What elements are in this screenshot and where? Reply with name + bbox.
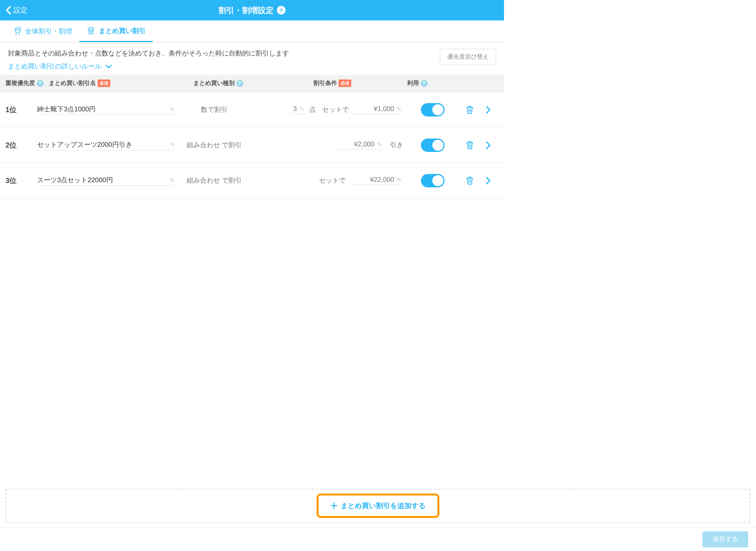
pencil-icon: ✎ (397, 176, 402, 184)
pencil-icon: ✎ (170, 105, 175, 113)
chevron-right-icon[interactable] (486, 141, 491, 149)
rules-link[interactable]: まとめ買い割引の詳しいルール (8, 62, 440, 71)
trash-icon[interactable] (465, 141, 474, 150)
discount-type: 組み合わせ で割引 (175, 141, 254, 150)
chevron-down-icon (106, 65, 112, 68)
trash-icon[interactable] (465, 105, 474, 115)
table-header: 重複優先度 ? まとめ買い割引名 必須 まとめ買い種別 ? 割引条件 必須 利用… (0, 75, 504, 92)
required-badge: 必須 (98, 80, 110, 87)
pencil-icon: ✎ (170, 176, 175, 184)
cart-percent-icon: % (13, 27, 22, 36)
pencil-icon: ✎ (170, 141, 175, 148)
column-type: まとめ買い種別 ? (179, 80, 258, 87)
tab-label: まとめ買い割引 (99, 26, 146, 35)
column-use: 利用 ? (407, 80, 447, 87)
enable-toggle[interactable] (421, 139, 445, 152)
back-button[interactable]: 設定 (6, 6, 28, 15)
column-name: まとめ買い割引名 必須 (49, 80, 179, 87)
discount-condition: ¥2,000 ✎ 引き (254, 141, 403, 150)
app-header: 設定 割引・割増設定 ? (0, 0, 504, 20)
svg-point-0 (16, 33, 17, 35)
page-title: 割引・割増設定 ? (219, 5, 285, 16)
chevron-left-icon (6, 6, 11, 15)
price-input[interactable]: ¥22,000 ✎ (352, 176, 403, 185)
table-row: 2位 セットアップスーツ2000円引き ✎ 組み合わせ で割引 ¥2,000 ✎… (0, 128, 504, 163)
enable-toggle[interactable] (421, 174, 445, 187)
discount-name-input[interactable]: 紳士靴下3点1000円 ✎ (37, 105, 175, 115)
svg-text:%: % (18, 27, 20, 30)
discount-type: 数で割引 (175, 105, 254, 115)
svg-text:%: % (90, 30, 92, 32)
tab-global-discount[interactable]: % 全体割引・割増 (6, 20, 79, 42)
priority-rank: 2位 (6, 141, 37, 150)
svg-point-1 (19, 33, 20, 35)
help-icon[interactable]: ? (277, 6, 285, 15)
trash-icon[interactable] (465, 176, 474, 185)
help-icon[interactable]: ? (37, 80, 44, 87)
tab-label: 全体割引・割増 (25, 27, 72, 36)
table-row: 1位 紳士靴下3点1000円 ✎ 数で割引 3 ✎ 点 セットで ¥1,000 … (0, 92, 504, 128)
price-input[interactable]: ¥1,000 ✎ (352, 105, 403, 114)
help-icon[interactable]: ? (421, 80, 428, 87)
enable-toggle[interactable] (421, 103, 445, 116)
discount-condition: 3 ✎ 点 セットで ¥1,000 ✎ (254, 105, 403, 114)
table-row: 3位 スーツ3点セット22000円 ✎ 組み合わせ で割引 セットで ¥22,0… (0, 163, 504, 198)
description-text: 対象商品とその組み合わせ・点数などを決めておき、条件がそろった時に自動的に割引し… (8, 49, 440, 58)
required-badge: 必須 (339, 80, 351, 87)
help-icon[interactable]: ? (236, 80, 243, 87)
tab-bulk-discount[interactable]: % まとめ買い割引 (79, 20, 153, 42)
tabs: % 全体割引・割増 % まとめ買い割引 (0, 20, 504, 43)
description-area: 対象商品とその組み合わせ・点数などを決めておき、条件がそろった時に自動的に割引し… (0, 43, 504, 75)
price-input[interactable]: ¥2,000 ✎ (332, 141, 384, 150)
column-condition: 割引条件 必須 (258, 80, 407, 87)
discount-name-input[interactable]: セットアップスーツ2000円引き ✎ (37, 140, 175, 150)
back-label: 設定 (13, 6, 28, 15)
quantity-input[interactable]: 3 ✎ (290, 105, 306, 114)
chevron-right-icon[interactable] (486, 177, 491, 185)
priority-rank: 3位 (6, 176, 37, 185)
shirt-percent-icon: % (86, 26, 96, 35)
discount-name-input[interactable]: スーツ3点セット22000円 ✎ (37, 176, 175, 186)
discount-type: 組み合わせ で割引 (175, 176, 254, 185)
discount-condition: セットで ¥22,000 ✎ (254, 176, 403, 185)
priority-rank: 1位 (6, 105, 37, 115)
pencil-icon: ✎ (377, 141, 382, 148)
column-priority: 重複優先度 ? (6, 80, 49, 87)
pencil-icon: ✎ (299, 105, 304, 113)
reorder-button[interactable]: 優先度並び替え (440, 49, 496, 65)
pencil-icon: ✎ (397, 105, 402, 113)
chevron-right-icon[interactable] (486, 106, 491, 114)
